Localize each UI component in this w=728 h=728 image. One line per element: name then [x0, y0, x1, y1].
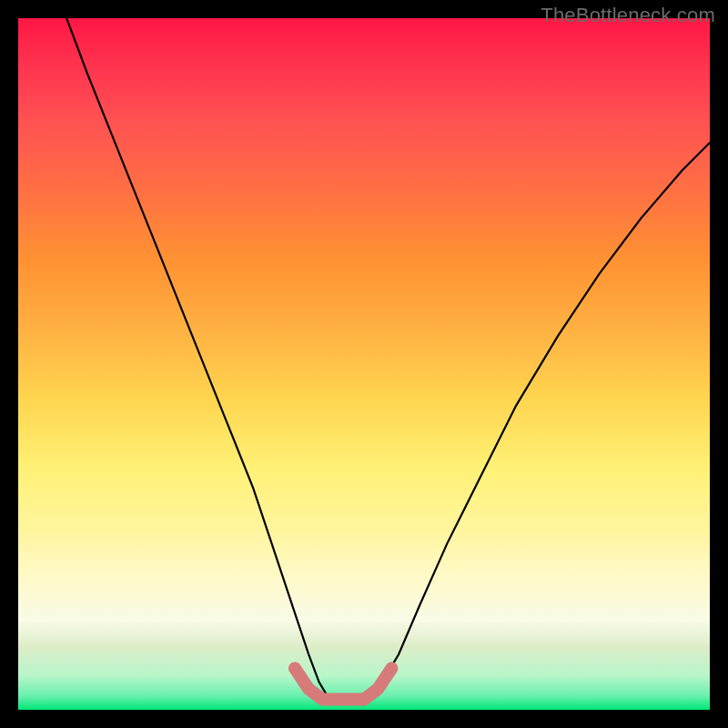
chart-container: TheBottleneck.com: [0, 0, 728, 728]
chart-curve: [18, 18, 710, 710]
plot-area: [18, 18, 710, 710]
bottleneck-curve-line: [66, 18, 710, 700]
watermark-text: TheBottleneck.com: [541, 4, 715, 27]
bottom-highlight-line: [295, 668, 391, 699]
